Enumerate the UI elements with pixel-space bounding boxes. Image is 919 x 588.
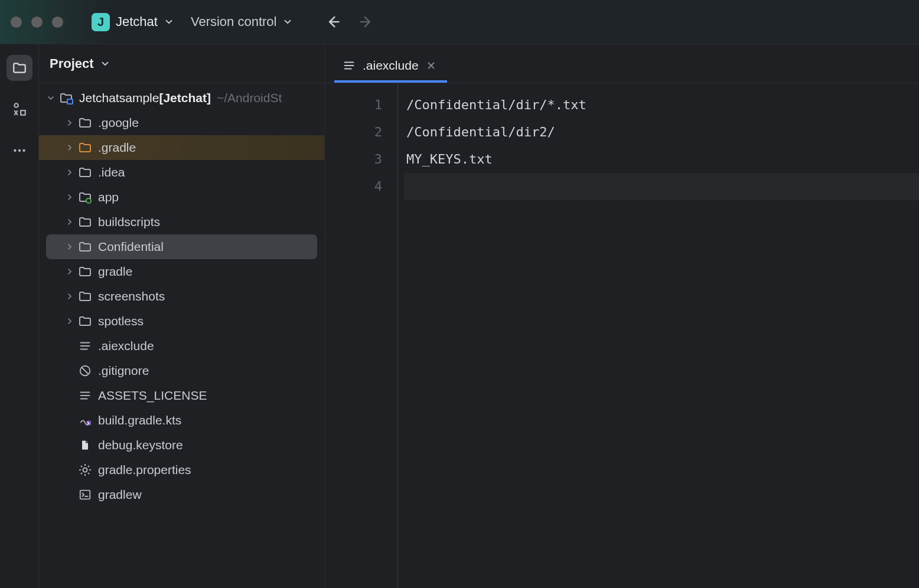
structure-tool-button[interactable] <box>6 96 32 122</box>
file-icon <box>78 438 92 452</box>
chevron-down-icon <box>164 17 174 27</box>
tree-root-path: ~/AndroidSt <box>217 91 282 105</box>
tree-item[interactable]: .aiexclude <box>39 334 324 358</box>
tree-item-label: spotless <box>98 314 144 328</box>
svg-point-4 <box>22 149 25 152</box>
gutter: 1234 <box>325 83 398 588</box>
tree-item-label: gradle.properties <box>98 463 191 477</box>
minimize-window-button[interactable] <box>31 17 43 28</box>
tree-item[interactable]: buildscripts <box>39 210 324 234</box>
panel-title: Project <box>50 56 94 71</box>
folder-icon <box>78 314 92 328</box>
tree-item[interactable]: .gitignore <box>39 358 324 383</box>
project-selector[interactable]: J Jetchat <box>86 9 180 35</box>
folder-icon <box>78 215 92 229</box>
nav-forward-button[interactable] <box>358 14 374 30</box>
gutter-line-number: 4 <box>325 173 382 200</box>
tree-item[interactable]: debug.keystore <box>39 433 324 458</box>
folder-icon <box>78 264 92 279</box>
chevron-down-icon[interactable] <box>45 93 57 103</box>
tree-item-label: build.gradle.kts <box>98 413 181 427</box>
tree-item[interactable]: screenshots <box>39 284 324 309</box>
chevron-right-icon[interactable] <box>64 292 76 301</box>
tree-root[interactable]: Jetchatsample [Jetchat]~/AndroidSt <box>39 86 324 110</box>
svg-point-3 <box>18 149 20 152</box>
svg-point-9 <box>83 468 87 472</box>
project-tree[interactable]: Jetchatsample [Jetchat]~/AndroidSt.googl… <box>39 83 324 507</box>
text-icon <box>78 388 92 403</box>
maximize-window-button[interactable] <box>52 17 63 28</box>
gutter-line-number: 3 <box>325 146 382 173</box>
tree-item[interactable]: app <box>39 185 324 210</box>
module-icon <box>78 190 92 204</box>
tool-rail <box>0 44 39 588</box>
version-control-label: Version control <box>191 14 277 30</box>
tree-root-name: Jetchatsample <box>79 91 159 105</box>
editor-tabbar: .aiexclude <box>325 44 919 83</box>
close-window-button[interactable] <box>11 17 22 28</box>
folder-icon <box>78 240 92 254</box>
tab-label: .aiexclude <box>363 58 419 73</box>
chevron-right-icon[interactable] <box>64 192 76 202</box>
project-panel-header[interactable]: Project <box>39 44 324 83</box>
gitignore-icon <box>78 364 92 378</box>
folder-icon <box>78 165 92 179</box>
project-icon: J <box>92 13 110 31</box>
chevron-right-icon[interactable] <box>64 316 76 326</box>
tree-item[interactable]: .idea <box>39 160 324 185</box>
tree-item[interactable]: spotless <box>39 309 324 334</box>
text-file-icon <box>343 59 356 72</box>
tree-item-label: .google <box>98 116 139 130</box>
chevron-right-icon[interactable] <box>64 168 76 177</box>
tree-item-label: buildscripts <box>98 215 160 229</box>
terminal-icon <box>78 488 92 502</box>
editor-area: .aiexclude 1234 /Confidential/dir/*.txt/… <box>325 44 919 588</box>
tree-item[interactable]: .google <box>39 110 324 135</box>
svg-rect-10 <box>80 491 90 499</box>
tree-item[interactable]: gradlew <box>39 482 324 507</box>
editor-body[interactable]: 1234 /Confidential/dir/*.txt/Confidentia… <box>325 83 919 588</box>
nav-arrows <box>325 14 374 30</box>
project-name-label: Jetchat <box>116 14 158 30</box>
tree-item[interactable]: gradle.properties <box>39 458 324 482</box>
chevron-down-icon <box>100 58 110 69</box>
tree-item[interactable]: gradle <box>39 259 324 284</box>
tree-item-label: .aiexclude <box>98 339 154 353</box>
chevron-down-icon <box>282 17 293 27</box>
project-root-icon <box>59 91 73 105</box>
tree-item-label: debug.keystore <box>98 438 183 452</box>
project-tool-button[interactable] <box>6 55 32 81</box>
tree-item-label: .idea <box>98 165 125 179</box>
tree-item[interactable]: ASSETS_LICENSE <box>39 383 324 408</box>
tree-root-bracket: [Jetchat] <box>159 91 211 105</box>
text-icon <box>78 339 92 353</box>
version-control-dropdown[interactable]: Version control <box>191 14 294 30</box>
tree-item-label: gradle <box>98 264 132 279</box>
project-panel: Project Jetchatsample [Jetchat]~/Android… <box>39 44 325 588</box>
gutter-line-number: 1 <box>325 92 382 119</box>
tree-item[interactable]: build.gradle.kts <box>39 408 324 433</box>
editor-tab[interactable]: .aiexclude <box>334 50 447 83</box>
chevron-right-icon[interactable] <box>64 143 76 152</box>
code-line[interactable]: /Confidential/dir/*.txt <box>404 92 919 119</box>
code-line[interactable]: /Confidential/dir2/ <box>404 119 919 146</box>
nav-back-button[interactable] <box>325 14 341 30</box>
code-line[interactable] <box>404 173 919 200</box>
chevron-right-icon[interactable] <box>64 242 76 251</box>
close-icon[interactable] <box>426 60 436 71</box>
more-tool-button[interactable] <box>6 138 32 164</box>
code-line[interactable]: MY_KEYS.txt <box>404 146 919 173</box>
chevron-right-icon[interactable] <box>64 118 76 128</box>
window-controls <box>11 17 63 28</box>
code-area[interactable]: /Confidential/dir/*.txt/Confidential/dir… <box>398 83 919 588</box>
tree-item-label: .gitignore <box>98 364 149 378</box>
tree-item-label: gradlew <box>98 488 142 502</box>
chevron-right-icon[interactable] <box>64 267 76 276</box>
tree-item[interactable]: .gradle <box>39 135 324 160</box>
chevron-right-icon[interactable] <box>64 217 76 227</box>
folder-icon <box>78 116 92 130</box>
svg-rect-1 <box>21 110 25 115</box>
tree-item-label: screenshots <box>98 289 165 303</box>
tree-item[interactable]: Confidential <box>46 234 317 259</box>
folder-orange-icon <box>78 141 92 155</box>
